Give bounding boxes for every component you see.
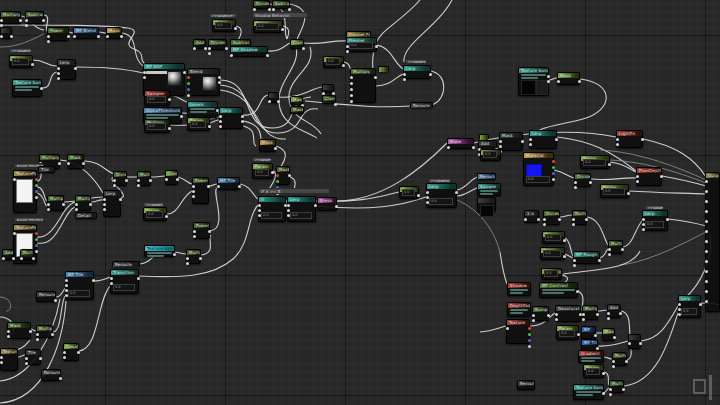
pin[interactable]	[609, 388, 612, 391]
node-lerp[interactable]: Lerp	[57, 59, 76, 80]
pin[interactable]	[598, 259, 601, 262]
pin[interactable]	[35, 196, 38, 199]
node-lerp[interactable]: Lerp0.0	[678, 295, 701, 318]
pin[interactable]	[528, 333, 531, 336]
pin[interactable]	[187, 94, 190, 97]
pin[interactable]	[57, 72, 60, 75]
pin[interactable]	[20, 257, 23, 260]
node-multiply[interactable]: Multiply	[612, 352, 627, 366]
pin[interactable]	[125, 179, 128, 182]
node-param[interactable]: Param0.0	[580, 155, 610, 169]
pin[interactable]	[281, 28, 284, 31]
pin[interactable]	[609, 393, 612, 396]
node-mask[interactable]: Mask	[7, 322, 31, 339]
pin[interactable]	[582, 313, 585, 316]
pin[interactable]	[705, 260, 708, 263]
pin[interactable]	[35, 238, 38, 241]
node-texture[interactable]: Texture	[0, 348, 18, 371]
node-bump[interactable]: Bump	[532, 306, 549, 321]
node-texture-sample[interactable]: Texture Sample	[573, 384, 604, 400]
pin[interactable]	[288, 8, 291, 11]
node-divide[interactable]: Divide	[113, 171, 127, 186]
pin[interactable]	[65, 279, 68, 282]
pin[interactable]	[607, 312, 610, 315]
node-multiply[interactable]: Multiply	[609, 380, 624, 393]
pin[interactable]	[225, 47, 228, 50]
pin[interactable]	[218, 76, 221, 79]
pin[interactable]	[612, 360, 615, 363]
node-clamp[interactable]: Clamp	[165, 170, 178, 185]
pin[interactable]	[350, 88, 353, 91]
graph-canvas[interactable]: MultiplySubtractPowerMF BlendMaskCOMMENT…	[0, 0, 720, 405]
pin[interactable]	[208, 52, 211, 55]
pin[interactable]	[47, 35, 50, 38]
pin[interactable]	[35, 184, 38, 187]
node-mf-contrast[interactable]: MF Contrast	[539, 282, 578, 298]
pin[interactable]	[36, 338, 39, 341]
pin[interactable]	[10, 35, 13, 38]
node-reroute[interactable]: Reroute	[36, 291, 56, 302]
pin[interactable]	[57, 77, 60, 80]
pin[interactable]	[350, 82, 353, 85]
pin[interactable]	[543, 223, 546, 226]
pin[interactable]	[63, 356, 66, 359]
pin[interactable]	[143, 76, 146, 79]
pin[interactable]	[137, 179, 140, 182]
pin[interactable]	[110, 282, 113, 285]
pin[interactable]	[258, 214, 261, 217]
pin[interactable]	[602, 392, 605, 395]
pin[interactable]	[705, 220, 708, 223]
pin[interactable]	[574, 181, 577, 184]
node-lerp[interactable]: Lerp0.0	[426, 183, 457, 208]
node-reroute[interactable]: Reroute	[517, 380, 535, 390]
pin[interactable]	[582, 318, 585, 321]
node-node[interactable]	[479, 134, 489, 139]
pin[interactable]	[75, 203, 78, 206]
pin[interactable]	[0, 361, 3, 364]
pin[interactable]	[613, 336, 616, 339]
pin[interactable]	[547, 80, 550, 83]
pin[interactable]	[346, 45, 349, 48]
value-box[interactable]: 0.0	[586, 368, 600, 375]
pin[interactable]	[429, 73, 432, 76]
pin[interactable]	[705, 200, 708, 203]
pin[interactable]	[74, 67, 77, 70]
comment-base-texture[interactable]: BASE TEXTURE	[14, 217, 44, 222]
value-box[interactable]: 0.0	[583, 159, 606, 166]
node-sampler[interactable]: Sampler0.0	[144, 90, 170, 106]
pin[interactable]	[82, 162, 85, 165]
pin[interactable]	[276, 180, 279, 183]
pin[interactable]	[499, 145, 502, 148]
node-material[interactable]: Material0.0	[523, 152, 554, 186]
pin[interactable]	[0, 356, 3, 359]
pin[interactable]	[183, 71, 186, 74]
node-param[interactable]: Param0.0	[9, 55, 33, 68]
pin[interactable]	[426, 191, 429, 194]
pin[interactable]	[67, 162, 70, 165]
pin[interactable]	[168, 98, 171, 101]
pin[interactable]	[455, 191, 458, 194]
value-box[interactable]: 0.0	[326, 58, 340, 65]
value-box[interactable]: 0.0	[256, 23, 279, 30]
value-box[interactable]: 0.0	[215, 22, 232, 29]
pin[interactable]	[258, 204, 261, 207]
pin[interactable]	[705, 210, 708, 213]
value-box[interactable]: 0.0	[349, 42, 373, 49]
pin[interactable]	[208, 230, 211, 233]
node-texture-sample[interactable]: Texture Sample	[144, 245, 175, 257]
node-fresnel-fn[interactable]: Fresnel Fn	[346, 31, 371, 36]
node-clamp[interactable]: Clamp	[290, 39, 304, 49]
pin[interactable]	[39, 357, 42, 360]
pin[interactable]	[65, 294, 68, 297]
node-multiply[interactable]: Multiply	[20, 249, 34, 260]
value-box[interactable]: 0.0	[645, 221, 664, 228]
pin[interactable]	[612, 365, 615, 368]
node-mf-tile[interactable]: MF Tile0.0	[65, 271, 94, 300]
pin[interactable]	[103, 208, 106, 211]
pin[interactable]	[217, 185, 220, 188]
node-param[interactable]: Param0.0	[252, 163, 273, 179]
pin[interactable]	[186, 262, 189, 265]
value-box[interactable]: 0.0	[290, 212, 312, 219]
node-clamp[interactable]: Clamp	[322, 95, 336, 104]
node-multiply[interactable]: Multiply	[137, 171, 151, 186]
